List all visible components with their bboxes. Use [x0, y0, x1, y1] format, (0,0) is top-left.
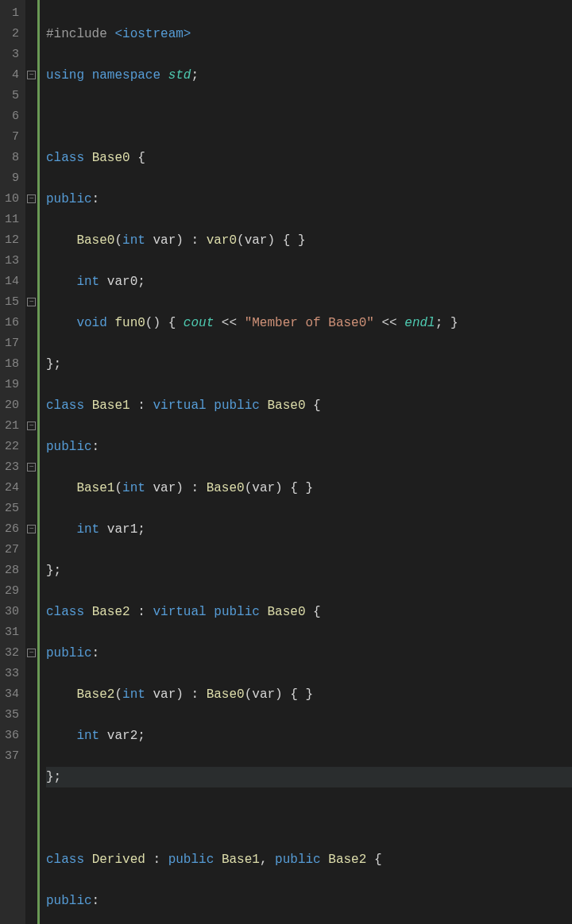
code-area[interactable]: #include <iostream> using namespace std;… — [40, 0, 572, 924]
line-number: 16 — [3, 313, 19, 333]
line-number: 8 — [3, 148, 19, 168]
line-number: 14 — [3, 271, 19, 292]
code-line: int var2; — [46, 726, 572, 746]
line-number: 21 — [3, 416, 19, 437]
line-number: 31 — [3, 622, 19, 643]
code-line: class Base0 { — [46, 148, 572, 168]
fold-toggle-icon[interactable]: − — [27, 463, 36, 472]
code-line: }; — [46, 767, 572, 787]
line-number: 23 — [3, 457, 19, 478]
line-number: 24 — [3, 478, 19, 499]
code-line: Base2(int var) : Base0(var) { } — [46, 684, 572, 705]
line-number: 29 — [3, 581, 19, 602]
code-line: using namespace std; — [46, 65, 572, 86]
line-number: 22 — [3, 437, 19, 457]
line-number: 1 — [3, 3, 19, 24]
line-number: 15 — [3, 292, 19, 313]
code-line: int var1; — [46, 519, 572, 540]
fold-toggle-icon[interactable]: − — [27, 525, 36, 533]
fold-toggle-icon[interactable]: − — [27, 422, 36, 430]
code-line: class Base2 : virtual public Base0 { — [46, 602, 572, 622]
fold-toggle-icon[interactable]: − — [27, 298, 36, 306]
line-number: 19 — [3, 375, 19, 395]
code-line: public: — [46, 891, 572, 911]
line-number: 33 — [3, 664, 19, 684]
fold-column: −−−−−−− — [25, 0, 40, 924]
fold-toggle-icon[interactable]: − — [27, 649, 36, 657]
line-number: 7 — [3, 127, 19, 148]
fold-toggle-icon[interactable]: − — [27, 194, 36, 203]
line-number: 34 — [3, 684, 19, 705]
line-number: 6 — [3, 106, 19, 127]
line-number: 13 — [3, 251, 19, 271]
line-number: 18 — [3, 354, 19, 375]
line-number: 25 — [3, 499, 19, 519]
line-number: 12 — [3, 230, 19, 251]
line-number: 11 — [3, 210, 19, 230]
fold-toggle-icon[interactable]: − — [27, 71, 36, 79]
line-number: 2 — [3, 24, 19, 44]
line-number: 27 — [3, 540, 19, 560]
line-number: 28 — [3, 560, 19, 581]
code-line: }; — [46, 354, 572, 375]
code-line: class Base1 : virtual public Base0 { — [46, 395, 572, 416]
line-number: 3 — [3, 44, 19, 65]
code-line: public: — [46, 643, 572, 664]
line-number: 32 — [3, 643, 19, 664]
line-number: 9 — [3, 168, 19, 189]
line-number: 17 — [3, 333, 19, 354]
code-line: Base1(int var) : Base0(var) { } — [46, 478, 572, 499]
line-number: 5 — [3, 86, 19, 106]
code-line: Base0(int var) : var0(var) { } — [46, 230, 572, 251]
line-number: 35 — [3, 705, 19, 726]
code-editor: 1234567891011121314151617181920212223242… — [0, 0, 572, 924]
code-line: class Derived : public Base1, public Bas… — [46, 849, 572, 870]
line-number-gutter: 1234567891011121314151617181920212223242… — [0, 0, 25, 924]
code-line: }; — [46, 560, 572, 581]
line-number: 20 — [3, 395, 19, 416]
code-line: public: — [46, 437, 572, 457]
code-line: #include <iostream> — [46, 24, 572, 44]
line-number: 26 — [3, 519, 19, 540]
line-number: 10 — [3, 189, 19, 210]
code-line: int var0; — [46, 271, 572, 292]
code-line: public: — [46, 189, 572, 210]
line-number: 4 — [3, 65, 19, 86]
line-number: 30 — [3, 602, 19, 622]
code-line: void fun0() { cout << "Member of Base0" … — [46, 313, 572, 333]
code-line — [46, 808, 572, 829]
line-number: 37 — [3, 746, 19, 767]
code-line — [46, 106, 572, 127]
line-number: 36 — [3, 726, 19, 746]
